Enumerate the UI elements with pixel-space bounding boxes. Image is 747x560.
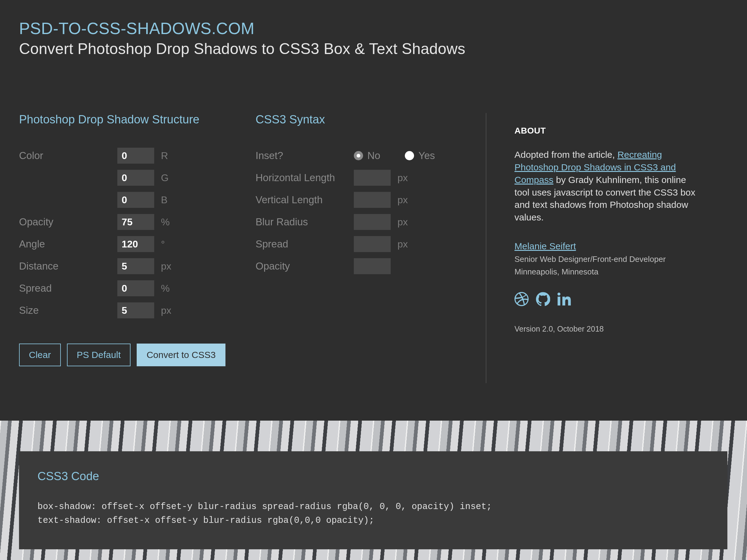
convert-button[interactable]: Convert to CSS3 (137, 344, 226, 366)
clear-button[interactable]: Clear (19, 344, 61, 366)
radio-selected-icon (354, 151, 363, 160)
distance-input[interactable] (117, 258, 154, 274)
code-line-text-shadow: text-shadow: offset-x offset-y blur-radi… (37, 514, 709, 528)
inset-label: Inset? (256, 150, 354, 161)
linkedin-icon[interactable] (558, 292, 572, 307)
ps-default-button[interactable]: PS Default (67, 344, 131, 366)
hlen-label: Horizontal Length (256, 172, 354, 184)
spread-input[interactable] (117, 280, 154, 296)
color-g-input[interactable] (117, 170, 154, 186)
angle-unit: ° (161, 239, 179, 250)
ps-heading: Photoshop Drop Shadow Structure (19, 113, 256, 126)
size-input[interactable] (117, 302, 154, 318)
css-spread-label: Spread (256, 238, 354, 250)
color-r-input[interactable] (117, 148, 154, 164)
color-b-unit: B (161, 194, 179, 206)
distance-label: Distance (19, 260, 117, 272)
github-icon[interactable] (536, 292, 550, 307)
css3-code-heading: CSS3 Code (37, 470, 709, 483)
about-location: Minneapolis, Minnesota (514, 267, 698, 276)
opacity-unit: % (161, 216, 179, 228)
spread-unit: % (161, 283, 179, 294)
blur-output[interactable] (354, 214, 391, 230)
inset-no-label: No (367, 150, 380, 161)
color-label: Color (19, 150, 117, 161)
about-heading: ABOUT (514, 126, 698, 136)
radio-unselected-icon (405, 151, 414, 160)
about-role: Senior Web Designer/Front-end Developer (514, 255, 698, 264)
angle-input[interactable] (117, 236, 154, 252)
vlen-label: Vertical Length (256, 194, 354, 206)
site-title: PSD-TO-CSS-SHADOWS.COM (19, 19, 728, 39)
about-name-link[interactable]: Melanie Seifert (514, 241, 698, 251)
hlen-output[interactable] (354, 170, 391, 186)
blur-unit: px (397, 216, 416, 228)
hlen-unit: px (397, 172, 416, 184)
angle-label: Angle (19, 238, 117, 250)
dribbble-icon[interactable] (514, 292, 529, 307)
color-b-input[interactable] (117, 192, 154, 208)
inset-yes-radio[interactable]: Yes (405, 150, 435, 161)
inset-no-radio[interactable]: No (354, 150, 380, 161)
css-opacity-label: Opacity (256, 260, 354, 272)
css-spread-unit: px (397, 239, 416, 250)
blur-label: Blur Radius (256, 216, 354, 228)
size-label: Size (19, 304, 117, 316)
opacity-input[interactable] (117, 214, 154, 230)
opacity-label: Opacity (19, 216, 117, 228)
spread-label: Spread (19, 283, 117, 294)
code-line-box-shadow: box-shadow: offset-x offset-y blur-radiu… (37, 500, 709, 514)
css3-code-panel: CSS3 Code box-shadow: offset-x offset-y … (19, 451, 727, 549)
vlen-output[interactable] (354, 192, 391, 208)
css-spread-output[interactable] (354, 236, 391, 252)
inset-yes-label: Yes (418, 150, 435, 161)
site-subtitle: Convert Photoshop Drop Shadows to CSS3 B… (19, 40, 728, 58)
css-opacity-output[interactable] (354, 258, 391, 274)
css3-heading: CSS3 Syntax (256, 113, 501, 126)
about-text-pre: Adopted from the article, (514, 150, 617, 160)
color-g-unit: G (161, 172, 179, 184)
vlen-unit: px (397, 194, 416, 206)
distance-unit: px (161, 261, 179, 272)
about-text: Adopted from the article, Recreating Pho… (514, 149, 698, 224)
version-text: Version 2.0, October 2018 (514, 324, 698, 334)
color-r-unit: R (161, 150, 179, 161)
size-unit: px (161, 305, 179, 316)
